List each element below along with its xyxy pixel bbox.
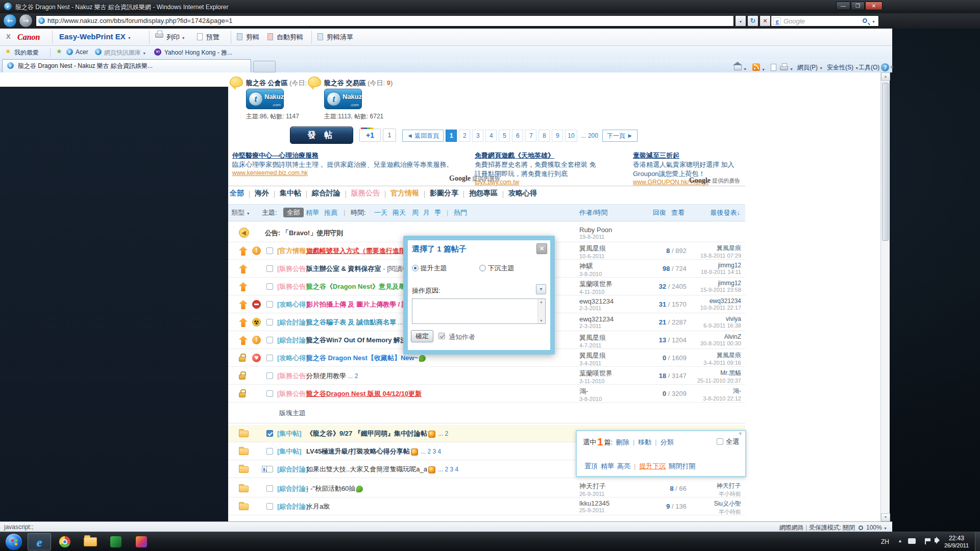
command-overflow-chevron[interactable]: » [890, 63, 894, 70]
thread-title-link[interactable]: 遊戲帳號登入方式（需要進行進階認 [306, 246, 412, 256]
canon-autoclip-button[interactable]: 自動剪輯 [277, 33, 303, 42]
thread-checkbox[interactable] [266, 448, 273, 455]
taskbar-ie-button[interactable]: e [28, 533, 51, 550]
thread-checkbox[interactable] [266, 485, 273, 492]
safety-menu[interactable]: 安全性(S) ▼ [827, 63, 859, 72]
topic-digest-link[interactable]: 精華 [306, 205, 319, 221]
panel-op-1[interactable]: 置頂 [584, 462, 598, 470]
thread-category-tag[interactable]: [綜合討論] [277, 502, 308, 511]
panel-action-3[interactable]: 分類 [660, 438, 674, 446]
panel-op2-1[interactable]: 提升下沉 [639, 462, 666, 470]
thread-title-link[interactable]: 龍之谷Dragon Nest 版規 04/12/10更新 [306, 389, 422, 398]
pagination-page[interactable]: 9 [552, 130, 563, 142]
thread-category-tag[interactable]: [版務公告] [277, 371, 308, 381]
pagination-page[interactable]: 3 [472, 130, 483, 142]
address-input[interactable]: e http://www.nakuz.com/bbs/forumdisplay.… [36, 15, 734, 27]
panel-op-3[interactable]: 高亮 [617, 462, 630, 470]
thread-category-tag[interactable]: [版務公告] [277, 282, 308, 291]
pagination-page[interactable]: 5 [499, 130, 510, 142]
thread-title-link[interactable]: 分類使用教學 ... 2 [306, 371, 358, 381]
scroll-up-button[interactable]: ▲ [881, 72, 890, 81]
lastpost-author-link[interactable]: 神天打子 [644, 482, 741, 490]
thread-checkbox[interactable] [266, 247, 273, 254]
forum-tab-4[interactable]: 綜合討論 [312, 189, 340, 198]
panel-collapse-chevron[interactable]: ▼ [738, 431, 743, 436]
hidden-icons-chevron[interactable]: ▲ [898, 538, 902, 543]
forum-tab-7[interactable]: 影圖分享 [430, 189, 458, 198]
active-tab[interactable]: e 龍之谷 Dragon Nest - Nakuz 樂古 綜合資訊娛樂... [2, 59, 251, 72]
time-1day-link[interactable]: 一天 [374, 205, 387, 221]
thread-title-link[interactable]: 龍之谷 Dragon Nest【收藏帖】New~ [306, 354, 427, 363]
clock[interactable]: 22:4326/9/2011 [944, 535, 969, 549]
forum-tab-9[interactable]: 攻略心得 [508, 189, 537, 198]
pagination-page[interactable]: 10 [565, 130, 577, 142]
page-menu[interactable]: 網頁(P) ▼ [797, 63, 823, 72]
forum-name-2[interactable]: 龍之谷 交易區 (今日: 9) [324, 79, 393, 88]
thread-checkbox[interactable] [266, 319, 273, 325]
lastpost-author-link[interactable]: 鴻- [644, 387, 741, 395]
forum-tab-3[interactable]: 集中帖 [280, 189, 301, 198]
forum-name-1[interactable]: 龍之谷 公會區 (今日: 1) [246, 79, 314, 88]
volume-icon[interactable] [935, 538, 937, 542]
confirm-button[interactable]: 確定 [411, 330, 433, 342]
lastpost-author-link[interactable]: ewq321234 [644, 297, 741, 305]
sink-topic-radio[interactable]: 下沉主題 [479, 264, 514, 273]
search-box[interactable]: g Google ▼ [771, 15, 879, 27]
radio-icon[interactable] [479, 265, 486, 271]
topic-recommend-link[interactable]: 推薦 [324, 205, 337, 221]
thread-category-tag[interactable]: [集中帖] [277, 429, 302, 438]
thread-category-tag[interactable]: [版務公告] [277, 264, 308, 273]
keyboard-tray-icon[interactable] [908, 538, 916, 544]
vertical-scrollbar[interactable]: ▲ ▼ [880, 72, 890, 521]
time-week-link[interactable]: 周 [412, 205, 419, 221]
thread-checkbox[interactable] [266, 390, 273, 397]
restore-button[interactable]: ❐ [851, 2, 865, 10]
thread-checkbox[interactable] [266, 337, 273, 343]
lastpost-author-link[interactable]: AlvinZ [644, 333, 741, 340]
read-mail-button[interactable] [771, 61, 776, 72]
taskbar-app-button-5[interactable] [130, 533, 153, 550]
forum-tab-2[interactable]: 海外 [255, 189, 269, 198]
ad-title[interactable]: 免費網頁遊戲《天地英雄》 [475, 151, 554, 160]
pagination-ellipsis[interactable]: ... 200 [579, 130, 600, 142]
search-icon[interactable] [863, 18, 867, 23]
column-lastpost[interactable]: 最後發表↓ [710, 205, 741, 221]
forum-logo-2[interactable]: tNakuz.com [324, 89, 362, 109]
thread-category-tag[interactable]: [攻略心得] [277, 354, 308, 363]
canon-clip-button[interactable]: 剪輯 [246, 33, 259, 42]
thread-category-tag[interactable]: [官方情報] [277, 246, 308, 256]
lastpost-author-link[interactable]: jimmg12 [644, 262, 741, 269]
lastpost-author-link[interactable]: 翼風星痕 [644, 244, 741, 253]
ad-title[interactable]: 童裝減至三折起 [633, 151, 679, 160]
pagination-next[interactable]: 下一頁 ► [602, 130, 638, 142]
forum-tab-5[interactable]: 版務公告 [351, 189, 380, 198]
thread-checkbox[interactable] [266, 430, 273, 437]
print-button[interactable]: ▼ [780, 61, 793, 72]
favorites-button[interactable]: 我的最愛 [14, 48, 39, 57]
thread-checkbox[interactable] [266, 503, 273, 510]
hot-link[interactable]: 熱門 [454, 205, 467, 221]
thread-category-tag[interactable]: [綜合討論] [277, 318, 308, 327]
type-filter[interactable]: 類型 ▼ [231, 205, 250, 222]
new-tab-stub[interactable] [253, 61, 276, 72]
topic-all-badge[interactable]: 全部 [283, 205, 304, 221]
time-season-link[interactable]: 季 [434, 205, 441, 221]
thread-page-links[interactable]: ... 2 3 4 [436, 466, 458, 473]
thread-checkbox[interactable] [266, 466, 273, 472]
lastpost-author-link[interactable]: Siu义小聖 [644, 499, 741, 508]
notify-author-checkbox[interactable] [438, 333, 445, 339]
taskbar-explorer-button[interactable] [79, 533, 102, 550]
thread-page-links[interactable]: ... 2 [346, 372, 358, 380]
thread-title-link[interactable]: 如果出雙大技..大家又會簡澄隻職玩呢a_a ... 2 3 4 [306, 465, 458, 474]
thread-checkbox[interactable] [266, 372, 273, 379]
forum-tab-1[interactable]: 全部 [230, 189, 244, 198]
thread-checkbox[interactable] [266, 355, 273, 361]
thread-title-link[interactable]: 龍之谷《Dragon Nest》意見及舉報 [306, 282, 412, 291]
canon-cliplist-button[interactable]: 剪輯清單 [327, 33, 353, 42]
canon-print-button[interactable]: 列印 ▼ [166, 33, 185, 42]
dialog-close-button[interactable]: ✕ [536, 243, 547, 254]
google-plus-one-button[interactable]: +1 [359, 129, 381, 142]
thread-title-link[interactable]: 《龍之谷》9/27 『鐵甲同萌』集中討論帖 ... 2 [306, 429, 448, 438]
lastpost-author-link[interactable]: viviya [644, 315, 741, 322]
forum-logo-1[interactable]: tNakuz.com [246, 89, 284, 109]
